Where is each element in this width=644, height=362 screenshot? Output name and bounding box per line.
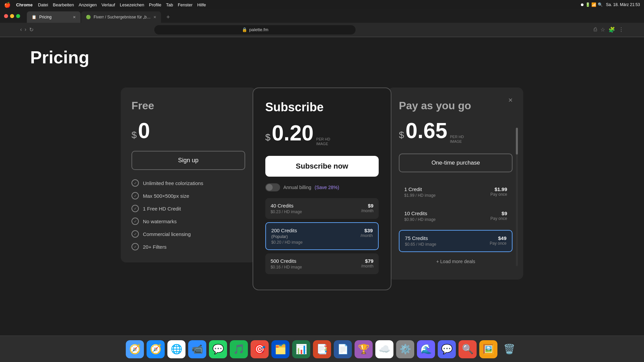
close-button[interactable]: × <box>504 94 517 106</box>
menu-anzeigen[interactable]: Anzeigen <box>78 2 97 7</box>
apple-icon[interactable]: 🍎 <box>4 2 11 8</box>
dock-safari[interactable]: 🧭 <box>147 340 165 358</box>
plan-row-200[interactable]: 200 Credits (Popular) $0.20 / HD image $… <box>265 222 379 250</box>
url-text[interactable]: palette.fm <box>249 27 268 32</box>
plan-name-200: 200 Credits <box>271 228 303 233</box>
dock-trash[interactable]: 🗑️ <box>500 340 518 358</box>
extensions-icon[interactable]: 🧩 <box>608 26 615 33</box>
menu-tab[interactable]: Tab <box>166 2 173 7</box>
menubar: 🍎 Chrome Datei Bearbeiten Anzeigen Verla… <box>0 0 644 9</box>
credit-price-10: $9 <box>490 210 507 216</box>
dock-spotify[interactable]: 🎵 <box>230 340 248 358</box>
menu-datei[interactable]: Datei <box>38 2 48 7</box>
menu-chrome[interactable]: Chrome <box>16 2 33 7</box>
tab-title-2: Fiverr / Suchergebnisse für „b… <box>94 15 151 19</box>
feature-hd-credit: ✓ 1 Free HD Credit <box>131 205 245 212</box>
menu-fenster[interactable]: Fenster <box>178 2 193 7</box>
dock-chrome[interactable]: 🌐 <box>167 340 185 358</box>
tab-pricing[interactable]: 📋 Pricing ✕ <box>27 11 80 23</box>
tab-bar: 📋 Pricing ✕ 🟢 Fiverr / Suchergebnisse fü… <box>0 9 644 23</box>
plan-right-500: $79 /month <box>361 258 374 268</box>
more-icon[interactable]: ⋮ <box>619 26 624 33</box>
tab-close-2[interactable]: ✕ <box>153 15 156 19</box>
dock-quicken[interactable]: 🔍 <box>459 340 477 358</box>
tab-favicon-2: 🟢 <box>86 15 91 19</box>
tab-title-1: Pricing <box>39 15 52 19</box>
scrollbar-thumb[interactable] <box>516 128 518 155</box>
free-price-display: $ 0 <box>131 120 245 141</box>
plan-period-500: /month <box>361 264 374 268</box>
credit-sub-10: $0.90 / HD image <box>404 217 435 222</box>
tab-fiverr[interactable]: 🟢 Fiverr / Suchergebnisse für „b… ✕ <box>81 11 161 23</box>
menu-hilfe[interactable]: Hilfe <box>197 2 206 7</box>
dock-word[interactable]: 📄 <box>334 340 352 358</box>
feature-text-3: 1 Free HD Credit <box>143 206 181 212</box>
dock-powerpoint[interactable]: 📑 <box>313 340 331 358</box>
plan-sub-40: $0.23 / HD image <box>271 209 302 214</box>
menu-verlauf[interactable]: Verlauf <box>102 2 115 7</box>
menu-bearbeiten[interactable]: Bearbeiten <box>53 2 74 7</box>
subscribe-card: Subscribe $ 0.20 PER HD IMAGE Subscribe … <box>253 87 392 290</box>
price-label-line1: PER HD <box>316 137 330 141</box>
plan-right-40: $9 /month <box>361 203 374 213</box>
tab-close-1[interactable]: ✕ <box>73 15 76 19</box>
browser-chrome: 📋 Pricing ✕ 🟢 Fiverr / Suchergebnisse fü… <box>0 9 644 37</box>
subscribe-price-display: $ 0.20 PER HD IMAGE <box>265 122 379 146</box>
reload-button[interactable]: ↻ <box>29 26 34 33</box>
dock-trello[interactable]: 🗂️ <box>271 340 289 358</box>
bookmark-icon[interactable]: ☆ <box>600 26 605 33</box>
plan-period-40: /month <box>361 208 374 213</box>
share-icon[interactable]: ⎙ <box>594 26 597 33</box>
url-bar[interactable]: 🔒 palette.fm <box>154 25 356 35</box>
dock-notchmeister[interactable]: 🏆 <box>355 340 373 358</box>
dock-discord[interactable]: 💬 <box>438 340 456 358</box>
forward-button[interactable]: › <box>24 26 26 33</box>
dock-finder[interactable]: 🧭 <box>126 340 144 358</box>
nav-buttons: ‹ › ↻ <box>20 26 34 33</box>
menu-profile[interactable]: Profile <box>149 2 161 7</box>
content-area: Pricing Free $ 0 Sign up ✓ Unlimited fre… <box>0 37 644 336</box>
maximize-window-button[interactable] <box>16 14 20 18</box>
credit-row-10[interactable]: 10 Credits $0.90 / HD image $9 Pay once <box>399 206 513 227</box>
credit-right-75: $49 Pay once <box>490 235 506 246</box>
dock-arc[interactable]: 🌊 <box>417 340 435 358</box>
free-feature-list: ✓ Unlimited free colorizations ✓ Max 500… <box>131 179 245 250</box>
dock-pockity[interactable]: 🎯 <box>251 340 269 358</box>
signup-button[interactable]: Sign up <box>131 151 245 170</box>
scrollbar[interactable] <box>516 128 518 266</box>
menu-lesezeichen[interactable]: Lesezeichen <box>120 2 144 7</box>
traffic-lights <box>0 9 24 23</box>
credit-left-10: 10 Credits $0.90 / HD image <box>404 210 435 222</box>
load-more-deals[interactable]: + Load more deals <box>399 255 513 267</box>
feature-text-6: 20+ Filters <box>143 244 166 250</box>
check-icon-5: ✓ <box>131 230 139 238</box>
dock-excel[interactable]: 📊 <box>292 340 310 358</box>
price-label-line2: IMAGE <box>316 141 330 146</box>
plan-left-40: 40 Credits $0.23 / HD image <box>271 203 302 214</box>
check-icon-2: ✓ <box>131 192 139 199</box>
credit-row-75[interactable]: 75 Credits $0.65 / HD image $49 Pay once <box>399 230 513 252</box>
annual-billing-toggle[interactable] <box>265 183 280 191</box>
plan-price-40: $9 <box>361 203 374 208</box>
subscribe-dollar-sign: $ <box>265 132 271 143</box>
credit-name-10: 10 Credits <box>404 210 435 216</box>
paygo-price-label: PER HD IMAGE <box>450 134 464 144</box>
minimize-window-button[interactable] <box>10 14 14 18</box>
dock-google-drive[interactable]: ☁️ <box>375 340 393 358</box>
credit-price-1: $1.99 <box>490 186 507 192</box>
dock-zoom[interactable]: 📹 <box>188 340 206 358</box>
plan-row-40[interactable]: 40 Credits $0.23 / HD image $9 /month <box>265 198 379 219</box>
toggle-label: Annual billing <box>283 185 311 190</box>
menubar-right: ⏺ 🔋 📶 🔍 Sa. 18. März 21:53 <box>580 2 640 7</box>
subscribe-now-button[interactable]: Subscribe now <box>265 156 379 177</box>
dock-preview[interactable]: 🖼️ <box>479 340 497 358</box>
one-time-purchase-button[interactable]: One-time purchase <box>399 154 513 172</box>
dock-whatsapp[interactable]: 💬 <box>209 340 227 358</box>
paygo-price-display: $ 0.65 PER HD IMAGE <box>399 120 513 144</box>
credit-row-1[interactable]: 1 Credit $1.99 / HD image $1.99 Pay once <box>399 182 513 202</box>
back-button[interactable]: ‹ <box>20 26 22 33</box>
close-window-button[interactable] <box>4 14 8 18</box>
plan-row-500[interactable]: 500 Credits $0.16 / HD image $79 /month <box>265 253 379 274</box>
new-tab-button[interactable]: + <box>162 11 172 23</box>
dock-system-prefs[interactable]: ⚙️ <box>396 340 414 358</box>
